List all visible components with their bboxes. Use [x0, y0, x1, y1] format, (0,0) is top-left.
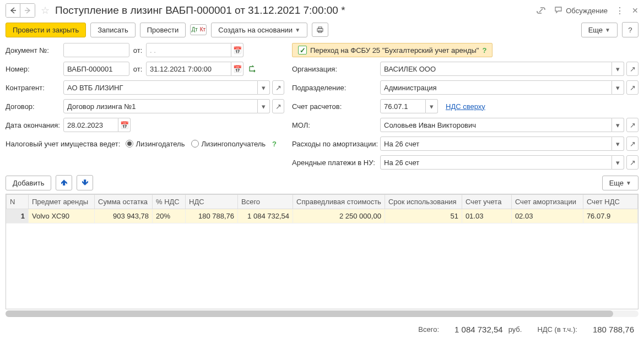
rent-label: Арендные платежи в НУ:: [292, 159, 380, 167]
col-subject[interactable]: Предмет аренды: [29, 195, 95, 209]
open-ref-icon[interactable]: ↗: [626, 62, 638, 76]
number-label: Номер:: [6, 65, 63, 73]
footer-total-label: Всего:: [418, 325, 439, 334]
account-label: Счет расчетов:: [292, 102, 380, 111]
contract-input[interactable]: Договор лизинга №1: [63, 99, 258, 113]
open-ref-icon[interactable]: ↗: [272, 99, 284, 113]
mol-label: МОЛ:: [292, 121, 380, 129]
write-button[interactable]: Записать: [90, 23, 136, 37]
horizontal-scrollbar[interactable]: [6, 310, 638, 317]
number-input[interactable]: ВАБП-000001: [63, 62, 129, 76]
svg-rect-1: [318, 27, 322, 29]
post-button[interactable]: Провести: [140, 23, 186, 37]
chevron-down-icon: ▼: [605, 27, 610, 33]
radio-lessor[interactable]: Лизингодатель: [126, 140, 185, 148]
table-row[interactable]: 1 Volvo XC90 903 943,78 20% 180 788,76 1…: [7, 209, 638, 223]
lease-items-table[interactable]: N Предмет аренды Сумма остатка % НДС НДС…: [6, 194, 638, 309]
calendar-icon[interactable]: 📅: [231, 43, 243, 57]
from-label-2: от:: [129, 65, 146, 73]
counterparty-label: Контрагент:: [6, 84, 63, 92]
chevron-down-icon: ▼: [626, 180, 631, 186]
fsbu-checkbox-box[interactable]: ✓ Переход на ФСБУ 25 "Бухгалтерский учет…: [292, 43, 493, 57]
counterparty-input[interactable]: АО ВТБ ЛИЗИНГ: [63, 80, 258, 95]
dropdown-icon[interactable]: ▾: [612, 118, 624, 132]
back-button[interactable]: [6, 4, 20, 17]
footer-vat-value: 180 788,76: [593, 325, 634, 334]
footer-total-value: 1 084 732,54: [454, 325, 503, 334]
account-input[interactable]: 76.07.1: [380, 99, 426, 113]
more-menu-icon[interactable]: ⋮: [615, 6, 624, 16]
col-total[interactable]: Всего: [238, 195, 293, 209]
open-ref-icon[interactable]: ↗: [272, 80, 284, 95]
dt-kt-button[interactable]: ДтКт: [190, 24, 207, 35]
dropdown-icon[interactable]: ▾: [612, 62, 624, 76]
tax-label: Налоговый учет имущества ведет:: [6, 140, 120, 148]
org-input[interactable]: ВАСИЛЕК ООО: [380, 62, 612, 76]
help-icon[interactable]: ?: [482, 46, 486, 54]
dropdown-icon[interactable]: ▾: [258, 80, 270, 95]
number-date-input[interactable]: 31.12.2021 7:00:00: [146, 62, 231, 76]
col-acc-vat[interactable]: Счет НДС: [583, 195, 637, 209]
col-acc[interactable]: Счет учета: [462, 195, 511, 209]
end-date-input[interactable]: 28.02.2023: [63, 118, 118, 132]
doc-date-input[interactable]: . .: [146, 43, 231, 57]
print-button[interactable]: [312, 23, 328, 37]
dept-input[interactable]: Администрация: [380, 80, 612, 95]
radio-icon: [126, 140, 133, 148]
calendar-icon[interactable]: 📅: [118, 118, 131, 132]
create-based-button[interactable]: Создать на основании ▼: [211, 23, 307, 37]
col-term[interactable]: Срок использования: [385, 195, 462, 209]
footer-vat-label: НДС (в т.ч.):: [537, 325, 577, 334]
move-down-button[interactable]: 🡻: [77, 175, 93, 190]
footer-currency: руб.: [508, 325, 522, 334]
help-icon[interactable]: ?: [272, 140, 277, 148]
dropdown-icon[interactable]: ▾: [612, 80, 624, 95]
end-date-label: Дата окончания:: [6, 121, 63, 129]
col-fair[interactable]: Справедливая стоимость: [293, 195, 385, 209]
dropdown-icon[interactable]: ▾: [258, 99, 270, 113]
dropdown-icon[interactable]: ▾: [612, 136, 624, 151]
dropdown-icon[interactable]: ▾: [612, 155, 624, 170]
radio-icon: [191, 140, 199, 148]
forward-button[interactable]: [20, 4, 35, 17]
more-button[interactable]: Еще ▼: [581, 23, 618, 37]
depr-label: Расходы по амортизации:: [292, 140, 380, 148]
col-n[interactable]: N: [7, 195, 29, 209]
open-ref-icon[interactable]: ↗: [626, 118, 638, 132]
col-vat[interactable]: НДС: [186, 195, 238, 209]
col-acc-depr[interactable]: Счет амортизации: [511, 195, 583, 209]
discussion-button[interactable]: Обсуждение: [554, 6, 608, 15]
open-ref-icon[interactable]: ↗: [626, 80, 638, 95]
table-more-button[interactable]: Еще ▼: [602, 176, 638, 190]
close-icon[interactable]: ✕: [632, 6, 638, 15]
help-button[interactable]: ?: [622, 22, 638, 37]
dept-label: Подразделение:: [292, 84, 380, 92]
link-icon[interactable]: [536, 6, 546, 15]
org-label: Организация:: [292, 65, 380, 73]
dropdown-icon[interactable]: ▾: [426, 99, 438, 113]
open-ref-icon[interactable]: ↗: [626, 136, 638, 151]
col-balance[interactable]: Сумма остатка: [95, 195, 153, 209]
from-label-1: от:: [129, 46, 146, 54]
move-up-button[interactable]: 🡹: [56, 175, 72, 190]
check-icon: ✓: [298, 46, 307, 54]
post-close-button[interactable]: Провести и закрыть: [6, 23, 86, 37]
contract-label: Договор:: [6, 102, 63, 111]
rent-input[interactable]: На 26 счет: [380, 155, 612, 170]
calendar-icon[interactable]: 📅: [231, 62, 243, 76]
refresh-icon[interactable]: [248, 65, 257, 73]
doc-no-label: Документ №:: [6, 46, 63, 54]
add-row-button[interactable]: Добавить: [6, 176, 51, 190]
mol-input[interactable]: Соловьев Иван Викторович: [380, 118, 612, 132]
chevron-down-icon: ▼: [295, 27, 300, 33]
vat-mode-link[interactable]: НДС сверху: [446, 102, 485, 111]
depr-input[interactable]: На 26 счет: [380, 136, 612, 151]
doc-no-input[interactable]: [63, 43, 129, 57]
open-ref-icon[interactable]: ↗: [626, 155, 638, 170]
col-vat-pct[interactable]: % НДС: [153, 195, 186, 209]
favorite-icon[interactable]: ☆: [39, 4, 52, 17]
page-title: Поступление в лизинг ВАБП-000001 от 31.1…: [55, 4, 533, 17]
radio-lessee[interactable]: Лизингополучатель: [191, 140, 266, 148]
